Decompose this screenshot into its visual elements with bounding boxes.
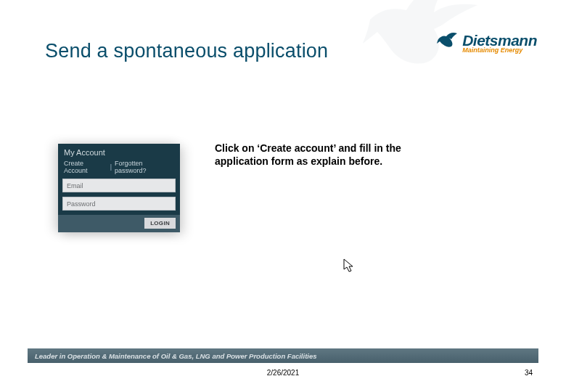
create-account-link[interactable]: Create Account [64, 160, 107, 174]
login-button[interactable]: LOGIN [144, 218, 176, 229]
email-placeholder: Email [67, 182, 83, 189]
password-field[interactable]: Password [62, 197, 176, 211]
page-title: Send a spontaneous application [45, 40, 328, 62]
email-field[interactable]: Email [62, 179, 176, 192]
dove-icon [436, 32, 458, 48]
login-panel: My Account Create Account | Forgotten pa… [58, 144, 180, 232]
brand-name: Dietsmann [462, 32, 537, 49]
login-header: My Account [58, 144, 180, 160]
login-links-row: Create Account | Forgotten password? [58, 160, 180, 179]
forgot-password-link[interactable]: Forgotten password? [115, 160, 174, 174]
page-number: 34 [525, 369, 533, 377]
password-placeholder: Password [67, 200, 96, 208]
instruction-text: Click on ‘Create account’ and fill in th… [215, 142, 440, 168]
cursor-icon [343, 258, 357, 274]
link-separator: | [110, 163, 112, 171]
brand-logo: Dietsmann Maintaining Energy [436, 30, 537, 54]
footer-tagline: Leader in Operation & Maintenance of Oil… [35, 352, 317, 360]
footer-date: 2/26/2021 [267, 369, 300, 377]
login-footer: LOGIN [58, 215, 180, 232]
footer-bar: Leader in Operation & Maintenance of Oil… [28, 348, 538, 363]
